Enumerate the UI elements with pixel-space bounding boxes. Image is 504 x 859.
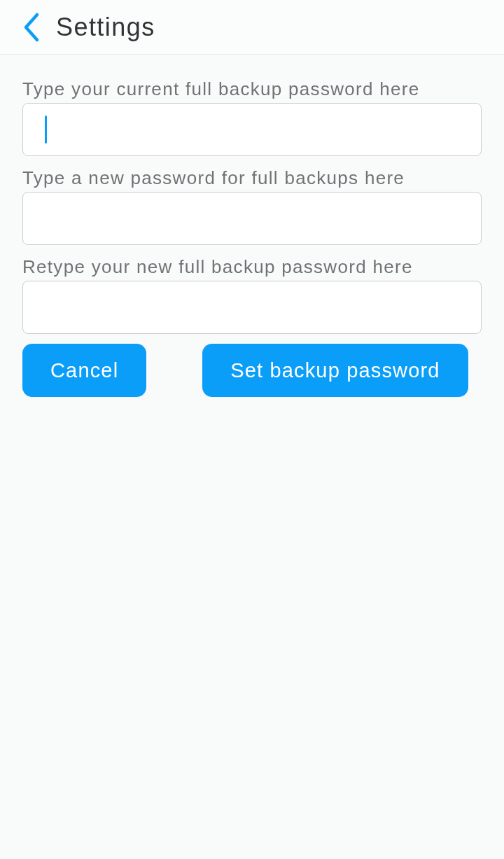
- current-password-label: Type your current full backup password h…: [22, 77, 482, 102]
- page-title: Settings: [56, 13, 155, 42]
- new-password-label: Type a new password for full backups her…: [22, 166, 482, 190]
- content: Type your current full backup password h…: [0, 55, 504, 397]
- back-button[interactable]: [13, 8, 50, 46]
- chevron-left-icon: [22, 12, 41, 43]
- new-password-input[interactable]: [22, 192, 482, 245]
- cancel-button[interactable]: Cancel: [22, 344, 146, 397]
- text-cursor: [45, 116, 47, 144]
- submit-button[interactable]: Set backup password: [202, 344, 468, 397]
- confirm-password-input[interactable]: [22, 281, 482, 334]
- header: Settings: [0, 0, 504, 55]
- current-password-input[interactable]: [22, 103, 482, 156]
- confirm-password-label: Retype your new full backup password her…: [22, 255, 482, 279]
- button-row: Cancel Set backup password: [22, 344, 482, 397]
- current-password-wrapper: [22, 103, 482, 156]
